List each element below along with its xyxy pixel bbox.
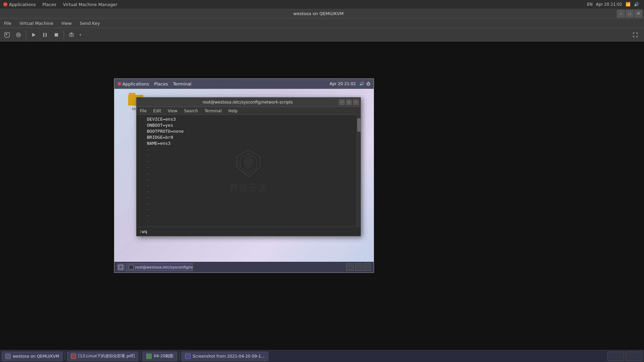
term-edit-label: Edit xyxy=(153,109,161,113)
svg-rect-3 xyxy=(17,34,18,36)
guest-taskbar-terminal-task[interactable]: root@westosa:/etc/sysconfig/netw... xyxy=(126,263,193,271)
host-taskbar-image-btn[interactable]: 04-20截图 xyxy=(143,352,177,361)
terminal-content[interactable]: DEVICE=ens3 ONBOOT=yes BOOTPROTO=none BR… xyxy=(137,115,361,227)
term-line-7: ~ xyxy=(147,153,355,159)
terminal-maximize-button[interactable]: □ xyxy=(346,99,352,105)
svg-rect-7 xyxy=(46,33,47,37)
toolbar-power-button[interactable] xyxy=(2,30,12,40)
svg-rect-6 xyxy=(43,33,44,37)
guest-show-desktop-button[interactable] xyxy=(117,263,124,271)
screenshot-taskbar-label: Screenshot from 2021-04-20 09-1... xyxy=(193,354,265,359)
host-taskbar-end-btn-2[interactable] xyxy=(626,352,642,361)
taskbar-end-button-3[interactable] xyxy=(364,263,371,271)
toolbar-play-button[interactable] xyxy=(28,30,39,40)
scrollbar-thumb[interactable] xyxy=(357,118,361,132)
host-places-menu[interactable]: Places xyxy=(39,1,59,8)
host-taskbar-pdf-btn[interactable]: [13.Linux下的虚拟化部署.pdf] xyxy=(67,352,138,361)
term-search-menu[interactable]: Search xyxy=(181,108,201,114)
term-line-8: ~ xyxy=(147,159,355,165)
guest-topbar-right: Apr 20 21:02 🔊 ⏻ xyxy=(330,81,370,86)
qemu-window: westosa on QEMU/KVM ─ □ ✕ File Virtual M… xyxy=(0,9,644,362)
qemu-vm-menu[interactable]: Virtual Machine xyxy=(15,20,57,27)
svg-rect-4 xyxy=(19,34,19,36)
host-taskbar-sep-2 xyxy=(140,352,141,360)
terminal-titlebar: root@westosa:/etc/sysconfig/network-scri… xyxy=(137,98,361,107)
guest-places-label: Places xyxy=(154,81,168,86)
svg-rect-8 xyxy=(55,33,58,37)
toolbar-screenshot-button[interactable] xyxy=(66,30,77,40)
term-file-label: File xyxy=(140,109,147,113)
qemu-vm-display[interactable]: Applications Places Terminal Apr 20 21:0… xyxy=(0,42,644,362)
terminal-minimize-button[interactable]: ─ xyxy=(339,99,345,105)
toolbar-pause2-button[interactable] xyxy=(40,30,50,40)
qemu-win-controls: ─ □ ✕ xyxy=(617,10,644,18)
term-view-menu[interactable]: View xyxy=(164,108,180,114)
guest-datetime: Apr 20 21:02 xyxy=(330,81,356,86)
term-terminal-menu[interactable]: Terminal xyxy=(201,108,225,114)
guest-power-icon[interactable]: ⏻ xyxy=(366,81,370,86)
qemu-maximize-button[interactable]: □ xyxy=(626,10,634,18)
guest-terminal-menu[interactable]: Terminal xyxy=(173,81,192,86)
terminal-scrollbar[interactable] xyxy=(357,115,361,227)
pdf-taskbar-icon xyxy=(71,354,76,359)
terminal-menubar: File Edit View Search Terminal xyxy=(137,107,361,115)
term-line-10: ~ xyxy=(147,171,355,177)
guest-apps-label: Applications xyxy=(122,81,149,86)
host-places-label: Places xyxy=(42,2,56,7)
term-terminal-label: Terminal xyxy=(205,109,222,113)
guest-taskbar: root@westosa:/etc/sysconfig/netw... xyxy=(114,262,374,273)
qemu-view-label: View xyxy=(61,21,72,26)
taskbar-end-button-1[interactable] xyxy=(346,263,354,271)
image-taskbar-icon xyxy=(146,354,152,359)
host-datetime: Apr 20 21:02 xyxy=(596,2,622,7)
terminal-text-area[interactable]: DEVICE=ens3 ONBOOT=yes BOOTPROTO=none BR… xyxy=(145,115,357,227)
term-edit-menu[interactable]: Edit xyxy=(150,108,164,114)
qemu-taskbar-icon xyxy=(5,354,11,359)
qemu-view-menu[interactable]: View xyxy=(57,20,76,27)
svg-marker-5 xyxy=(32,33,36,37)
host-taskbar: westosa on QEMU/KVM [13.Linux下的虚拟化部署.pdf… xyxy=(0,350,644,362)
qemu-close-button[interactable]: ✕ xyxy=(634,10,642,18)
qemu-taskbar-label: westosa on QEMU/KVM xyxy=(13,354,59,359)
toolbar-stop-button[interactable] xyxy=(51,30,62,40)
host-taskbar-end-btn-1[interactable] xyxy=(607,352,624,361)
terminal-gutter xyxy=(137,115,145,227)
guest-apps-menu[interactable]: Applications xyxy=(118,81,149,86)
toolbar-separator-2 xyxy=(64,31,64,39)
toolbar-fullscreen-button[interactable] xyxy=(630,30,641,40)
guest-gnome-logo xyxy=(118,82,121,85)
term-help-menu[interactable]: Help xyxy=(225,108,241,114)
pdf-taskbar-label: [13.Linux下的虚拟化部署.pdf] xyxy=(78,353,135,359)
task-terminal-icon xyxy=(129,265,133,269)
svg-rect-11 xyxy=(70,33,72,34)
terminal-statusbar[interactable]: :wq xyxy=(137,227,361,236)
term-line-2: ONBOOT=yes xyxy=(147,122,355,128)
host-taskbar-qemu-btn[interactable]: westosa on QEMU/KVM xyxy=(2,352,63,361)
term-line-19: ~ xyxy=(147,225,355,227)
terminal-window[interactable]: root@westosa:/etc/sysconfig/network-scri… xyxy=(136,97,361,236)
qemu-sendkey-menu[interactable]: Send Key xyxy=(76,20,104,27)
guest-places-menu[interactable]: Places xyxy=(154,81,168,86)
term-view-label: View xyxy=(168,109,177,113)
toolbar-pause-button[interactable] xyxy=(13,30,24,40)
qemu-window-title: westosa on QEMU/KVM xyxy=(20,11,617,16)
terminal-close-button[interactable]: ✕ xyxy=(353,99,359,105)
host-apps-menu[interactable]: Applications xyxy=(0,1,39,8)
term-line-5: NAME=ens3 xyxy=(147,140,355,146)
svg-rect-16 xyxy=(119,265,123,269)
term-file-menu[interactable]: File xyxy=(137,108,150,114)
toolbar-expand-button[interactable]: ▾ xyxy=(77,30,83,40)
host-taskbar-screenshot-btn[interactable]: Screenshot from 2021-04-20 09-1... xyxy=(181,352,268,361)
host-topbar: Applications Places Virtual Machine Mana… xyxy=(0,0,644,9)
host-vmm-menu[interactable]: Virtual Machine Manager xyxy=(60,1,121,8)
taskbar-end-button-2[interactable] xyxy=(355,263,362,271)
host-taskbar-sep-1 xyxy=(65,352,65,360)
terminal-command: :wq xyxy=(139,229,147,234)
svg-point-10 xyxy=(71,34,72,36)
guest-os-window: Applications Places Terminal Apr 20 21:0… xyxy=(114,78,374,273)
qemu-titlebar: westosa on QEMU/KVM ─ □ ✕ xyxy=(0,9,644,19)
qemu-minimize-button[interactable]: ─ xyxy=(617,10,625,18)
host-vmm-label: Virtual Machine Manager xyxy=(63,2,117,7)
host-network-icon: 📶 xyxy=(626,2,631,7)
qemu-file-menu[interactable]: File xyxy=(0,20,15,27)
